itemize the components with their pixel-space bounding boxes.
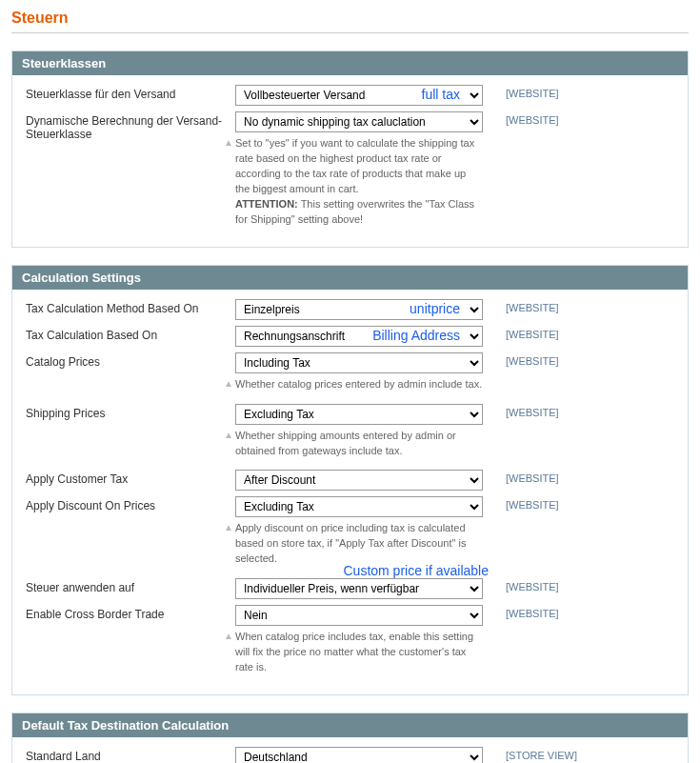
help-apply-discount: ▲ Apply discount on price including tax …	[235, 517, 483, 574]
row-shipping-tax-class: Steuerklasse für den Versand Vollbesteue…	[26, 85, 674, 106]
select-calc-method[interactable]: Einzelpreis	[235, 299, 483, 320]
divider	[11, 32, 689, 33]
label-calc-based-on: Tax Calculation Based On	[26, 326, 235, 342]
row-calc-method: Tax Calculation Method Based On Einzelpr…	[26, 299, 674, 320]
label-calc-method: Tax Calculation Method Based On	[26, 299, 235, 315]
scope-label: [WEBSITE]	[483, 85, 607, 99]
scope-label: [WEBSITE]	[483, 326, 607, 340]
label-apply-tax-on: Steuer anwenden auf	[26, 578, 235, 594]
label-apply-customer-tax: Apply Customer Tax	[26, 470, 235, 486]
section-calculation-settings: Calculation Settings Tax Calculation Met…	[11, 265, 689, 695]
row-dynamic-shipping: Dynamische Berechnung der Versand-Steuer…	[26, 111, 674, 235]
page-title: Steuern	[11, 10, 689, 27]
select-apply-tax-on[interactable]: Individueller Preis, wenn verfügbar	[235, 578, 483, 599]
select-default-country[interactable]: Deutschland	[235, 747, 483, 763]
label-dynamic-shipping: Dynamische Berechnung der Versand-Steuer…	[26, 111, 235, 141]
select-calc-based-on[interactable]: Rechnungsanschrift	[235, 326, 483, 347]
select-apply-discount[interactable]: Excluding Tax	[235, 496, 483, 517]
section-tax-classes: Steuerklassen Steuerklasse für den Versa…	[11, 50, 689, 248]
help-dynamic-shipping: ▲ Set to "yes" if you want to calculate …	[235, 132, 483, 235]
section-body: Steuerklasse für den Versand Vollbesteue…	[12, 75, 688, 247]
select-dynamic-shipping[interactable]: No dynamic shipping tax caluclation	[235, 111, 483, 132]
select-catalog-prices[interactable]: Including Tax	[235, 352, 483, 373]
section-header-default-dest[interactable]: Default Tax Destination Calculation	[12, 713, 688, 737]
scope-label: [WEBSITE]	[483, 352, 607, 367]
help-text: Whether catalog prices entered by admin …	[235, 378, 482, 390]
help-cross-border: ▲ When catalog price includes tax, enabl…	[235, 626, 483, 683]
scope-label: [WEBSITE]	[483, 578, 607, 592]
label-catalog-prices: Catalog Prices	[26, 352, 235, 369]
row-calc-based-on: Tax Calculation Based On Rechnungsanschr…	[26, 326, 674, 347]
section-header-calculation[interactable]: Calculation Settings	[12, 266, 688, 290]
row-catalog-prices: Catalog Prices Including Tax ▲ Whether c…	[26, 352, 674, 400]
help-text: Set to "yes" if you want to calculate th…	[235, 137, 474, 194]
select-apply-customer-tax[interactable]: After Discount	[235, 470, 483, 491]
scope-label: [WEBSITE]	[483, 605, 607, 619]
label-apply-discount: Apply Discount On Prices	[26, 496, 235, 512]
triangle-icon: ▲	[224, 630, 233, 644]
help-catalog-prices: ▲ Whether catalog prices entered by admi…	[235, 373, 483, 400]
label-cross-border: Enable Cross Border Trade	[26, 605, 235, 621]
row-default-country: Standard Land Deutschland [STORE VIEW]	[26, 747, 674, 763]
section-body: Standard Land Deutschland [STORE VIEW] S…	[12, 737, 688, 763]
help-shipping-prices: ▲ Whether shipping amounts entered by ad…	[235, 425, 483, 467]
triangle-icon: ▲	[224, 429, 233, 443]
help-text: Whether shipping amounts entered by admi…	[235, 430, 456, 456]
row-cross-border: Enable Cross Border Trade Nein ▲ When ca…	[26, 605, 674, 683]
section-header-tax-classes[interactable]: Steuerklassen	[12, 51, 688, 75]
scope-label: [WEBSITE]	[483, 404, 607, 418]
help-text: Apply discount on price including tax is…	[235, 522, 466, 564]
section-body: Tax Calculation Method Based On Einzelpr…	[12, 290, 688, 694]
row-shipping-prices: Shipping Prices Excluding Tax ▲ Whether …	[26, 404, 674, 467]
scope-label: [WEBSITE]	[483, 470, 607, 484]
section-default-destination: Default Tax Destination Calculation Stan…	[11, 713, 689, 763]
row-apply-tax-on: Steuer anwenden auf Custom price if avai…	[26, 578, 674, 599]
row-apply-customer-tax: Apply Customer Tax After Discount [WEBSI…	[26, 470, 674, 491]
label-shipping-prices: Shipping Prices	[26, 404, 235, 420]
triangle-icon: ▲	[224, 377, 233, 392]
help-text: When catalog price includes tax, enable …	[235, 631, 473, 673]
row-apply-discount: Apply Discount On Prices Excluding Tax ▲…	[26, 496, 674, 574]
select-shipping-tax-class[interactable]: Vollbesteuerter Versand	[235, 85, 483, 106]
scope-label: [WEBSITE]	[483, 111, 607, 126]
help-attention-label: ATTENTION:	[235, 198, 298, 210]
label-default-country: Standard Land	[26, 747, 235, 763]
triangle-icon: ▲	[224, 521, 233, 535]
triangle-icon: ▲	[224, 136, 233, 151]
select-cross-border[interactable]: Nein	[235, 605, 483, 626]
select-shipping-prices[interactable]: Excluding Tax	[235, 404, 483, 425]
scope-label: [WEBSITE]	[483, 299, 607, 313]
scope-label: [WEBSITE]	[483, 496, 607, 511]
label-shipping-tax-class: Steuerklasse für den Versand	[26, 85, 235, 101]
scope-label: [STORE VIEW]	[483, 747, 607, 761]
